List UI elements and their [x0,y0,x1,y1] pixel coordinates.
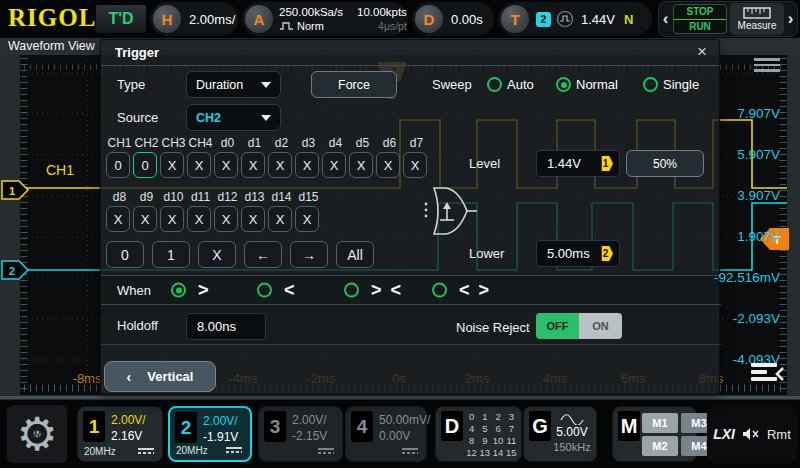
channel-offset: 2.16V [111,429,142,443]
pattern-channel-label: d12 [214,190,241,204]
channel-box[interactable]: 2 2.00V/ -1.91V 20MHz [168,406,252,462]
pattern-set-button[interactable]: ← [244,241,282,268]
stop-run-button[interactable]: STOP RUN [673,4,727,34]
delay-control[interactable]: D 0.00s [412,2,494,36]
pattern-bit-button[interactable]: X [214,206,238,232]
pattern-bit-button[interactable]: X [160,152,184,178]
channel-box[interactable]: 1 2.00V/ 2.16V 20MHz [77,406,163,462]
channel-number: 3 [264,411,286,442]
force-button[interactable]: Force [311,71,397,98]
lower-label: Lower [469,246,504,261]
pattern-bit-button[interactable]: X [133,206,157,232]
pattern-bit-button[interactable]: X [187,152,211,178]
duration-gate-icon [421,182,477,240]
pattern-bit-button[interactable]: 0 [133,152,157,178]
digital-letter: D [441,411,463,441]
panel-prev-arrow[interactable]: ‹ [659,9,672,29]
source-dropdown[interactable]: CH2 [186,104,281,131]
source-label: Source [117,110,158,125]
pattern-bit-button[interactable]: X [241,206,265,232]
channel-scale: 2.00V/ [111,413,146,427]
digital-channel-number: 5 [478,423,491,434]
pattern-bit-button[interactable]: X [349,152,373,178]
digital-channel-number: 13 [478,447,491,458]
trigger-status-badge: T'D [96,5,146,33]
pattern-channel-label: CH2 [133,136,160,150]
panel-next-arrow[interactable]: › [784,9,797,29]
noise-reject-on[interactable]: ON [579,313,622,339]
horizontal-scale-control[interactable]: H 2.00ms/ [150,2,238,36]
trigger-slope: N [624,12,633,27]
when-option[interactable]: > [171,280,211,301]
menu-collapse-icon[interactable] [751,363,785,385]
channel-box[interactable]: 3 2.00V/ -2.15V [258,406,343,462]
voltage-axis-tick-label: 5.907V [690,147,780,163]
pattern-bit-button[interactable]: X [295,152,319,178]
ruler-icon [743,7,771,19]
trigger-control[interactable]: T 2 1.44V N [498,2,652,36]
pattern-channel-label: d3 [295,136,322,150]
pattern-bit-button[interactable]: X [187,206,211,232]
holdoff-input[interactable]: 8.00ns [186,313,266,340]
noise-reject-off[interactable]: OFF [536,313,579,339]
math-slot-button[interactable]: M2 [642,436,678,456]
dc-coupling-icon [402,448,418,454]
pattern-channel-label: d10 [160,190,187,204]
pattern-bit-button[interactable]: 0 [106,152,130,178]
when-option[interactable]: > < [344,280,403,301]
sweep-option-label: Single [663,77,699,92]
pattern-set-button[interactable]: All [336,241,374,268]
dc-coupling-icon [138,448,154,454]
measure-button[interactable]: Measure [730,3,784,35]
generator-box[interactable]: G 5.00V 150kHz [523,406,597,462]
channel-offset: -1.91V [203,430,238,444]
digital-channels-box[interactable]: D 0123456789101112131415 [435,406,522,462]
level-input[interactable]: 1.44V 1 [536,150,620,177]
when-option[interactable]: < [257,280,297,301]
chevron-down-icon [261,82,271,88]
pattern-set-button[interactable]: 1 [152,241,190,268]
pattern-channel-label: d2 [268,136,295,150]
sweep-option-label: Auto [507,77,534,92]
sweep-option[interactable]: Single [643,77,699,92]
dialog-title: Trigger [115,45,159,60]
pattern-bit-button[interactable]: X [106,206,130,232]
math-box[interactable]: M M1M3M2M4 [612,406,697,462]
trigger-icon: T [501,5,529,33]
lower-input[interactable]: 5.00ms 2 [536,240,620,267]
radio-icon [257,283,272,298]
pattern-bit-button[interactable]: X [268,206,292,232]
pattern-bit-button[interactable]: X [268,152,292,178]
channel-box[interactable]: 4 50.00mV/ 0.00V [345,406,427,462]
pattern-bit-button[interactable]: X [376,152,400,178]
channel-number: 2 [175,412,197,443]
pattern-set-button[interactable]: → [290,241,328,268]
waveform-view-tab[interactable]: Waveform View [8,39,95,53]
when-option[interactable]: < > [432,280,491,301]
pattern-bit-button[interactable]: X [241,152,265,178]
trigger-type-icon [556,10,574,28]
radio-icon [432,283,447,298]
type-dropdown[interactable]: Duration [186,71,281,98]
pattern-bit-button[interactable]: X [160,206,184,232]
radio-icon [643,77,658,92]
pattern-bit-button[interactable]: X [295,206,319,232]
pattern-set-button[interactable]: X [198,241,236,268]
digital-channel-grid: 0123456789101112131415 [465,410,518,458]
sweep-option[interactable]: Normal [556,77,618,92]
pattern-bit-button[interactable]: X [403,152,427,178]
pattern-bit-button[interactable]: X [322,152,346,178]
sample-rate: 250.00kSa/s [279,5,353,19]
delay-icon: D [415,5,443,33]
math-slot-button[interactable]: M1 [642,413,678,433]
graticule-menu-icon[interactable] [754,58,780,75]
pattern-bit-button[interactable]: X [214,152,238,178]
acquisition-control[interactable]: A 250.00kSa/s Norm 10.00kpts 4μs/pt [242,2,408,36]
pattern-channel-label: d8 [106,190,133,204]
back-to-vertical-button[interactable]: ‹ Vertical [104,361,216,392]
close-icon[interactable]: × [697,42,707,62]
sweep-option[interactable]: Auto [487,77,534,92]
channel-number: 1 [83,411,105,442]
pattern-set-button[interactable]: 0 [106,241,144,268]
pattern-bits-row2: XXXXXXXX [106,206,319,232]
